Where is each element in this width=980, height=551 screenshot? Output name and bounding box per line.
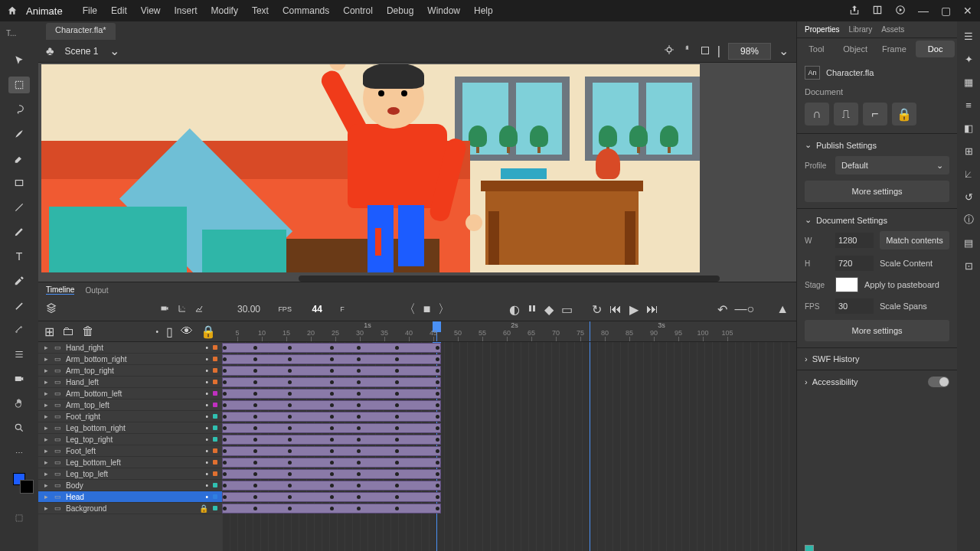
docset-header[interactable]: ⌄Document Settings — [805, 215, 949, 225]
snap-tool-icon[interactable] — [8, 510, 30, 527]
profile-dropdown[interactable]: Default⌄ — [835, 156, 949, 174]
line-tool-icon[interactable] — [8, 199, 30, 216]
menu-window[interactable]: Window — [421, 2, 466, 19]
height-input[interactable] — [835, 256, 874, 271]
layer-row[interactable]: ▸▭Head• — [38, 491, 222, 503]
tab-assets[interactable]: Assets — [881, 25, 904, 34]
bone-tool-icon[interactable] — [8, 321, 30, 338]
maximize-icon[interactable]: ▢ — [941, 5, 951, 17]
stage-scrollbar[interactable] — [299, 276, 720, 282]
onion-icon[interactable]: ◐ — [509, 302, 520, 317]
play-icon[interactable] — [895, 5, 906, 18]
menu-control[interactable]: Control — [337, 2, 379, 19]
layer-row[interactable]: ▸▭Arm_top_left• — [38, 399, 222, 411]
share-icon[interactable] — [849, 5, 860, 18]
layer-row[interactable]: ▸▭Background🔒 — [38, 503, 222, 514]
paint-tool-icon[interactable] — [8, 297, 30, 314]
history-panel-icon[interactable]: ↺ — [962, 190, 975, 204]
align-panel-icon[interactable]: ≡ — [962, 98, 975, 112]
scene-name[interactable]: Scene 1 — [65, 46, 99, 57]
play-button-icon[interactable]: ▶ — [629, 302, 639, 317]
color-panel-icon[interactable]: ◧ — [962, 121, 975, 135]
asset-warp-tool-icon[interactable] — [8, 346, 30, 363]
publish-header[interactable]: ⌄Publish Settings — [805, 140, 949, 150]
document-tab[interactable]: Character.fla* — [46, 23, 116, 40]
lasso-tool-icon[interactable] — [8, 101, 30, 118]
stage-viewport[interactable] — [38, 63, 796, 282]
undo-icon[interactable]: ↶ — [717, 302, 727, 317]
width-input[interactable] — [835, 233, 874, 248]
stage-color-swatch[interactable] — [835, 277, 858, 292]
chevron-down-icon[interactable]: ⌄ — [109, 44, 119, 58]
tab-output[interactable]: Output — [85, 286, 108, 295]
step-fwd-icon[interactable]: ⏭ — [646, 302, 658, 316]
publish-more-button[interactable]: More settings — [805, 181, 949, 202]
properties-panel-icon[interactable]: ☰ — [962, 29, 975, 43]
tab-properties[interactable]: Properties — [805, 25, 840, 34]
layer-row[interactable]: ▸▭Arm_top_right• — [38, 365, 222, 377]
lock-icon[interactable]: 🔒 — [201, 324, 216, 339]
fps-input[interactable] — [835, 298, 874, 314]
current-frame[interactable]: 44 — [312, 304, 322, 315]
frame-ruler[interactable]: 5101520253035404550556065707580859095100… — [222, 321, 796, 341]
menu-help[interactable]: Help — [468, 2, 499, 19]
camera-icon[interactable] — [159, 302, 170, 316]
menu-edit[interactable]: Edit — [105, 2, 133, 19]
close-icon[interactable]: ✕ — [963, 5, 972, 17]
layer-row[interactable]: ▸▭Arm_bottom_right• — [38, 354, 222, 365]
options-icon[interactable]: ⋯ — [8, 444, 30, 461]
scale-spans-checkbox[interactable] — [805, 545, 814, 551]
menu-text[interactable]: Text — [246, 2, 275, 19]
swf-header[interactable]: ›SWF History — [805, 354, 949, 364]
insert-frame-icon[interactable]: ▭ — [561, 302, 573, 317]
match-contents-button[interactable]: Match contents — [880, 231, 949, 249]
info-panel-icon[interactable]: ⓘ — [962, 213, 975, 227]
outline-icon[interactable]: ▯ — [166, 324, 173, 339]
zoom-level[interactable]: 98% — [728, 43, 771, 60]
layer-row[interactable]: ▸▭Leg_top_right• — [38, 434, 222, 445]
minimize-icon[interactable]: — — [918, 5, 929, 17]
zoom-out-icon[interactable]: —○ — [735, 302, 755, 316]
layer-row[interactable]: ▸▭Foot_left• — [38, 445, 222, 457]
scene-icon[interactable]: ♣ — [46, 44, 54, 58]
layout-icon[interactable] — [872, 5, 883, 18]
eraser-tool-icon[interactable] — [8, 150, 30, 167]
align-icon[interactable]: ⎍ — [834, 103, 858, 126]
transform-panel-icon[interactable]: ⟀ — [962, 167, 975, 181]
swatches-panel-icon[interactable]: ⊞ — [962, 144, 975, 158]
layer-row[interactable]: ▸▭Leg_bottom_right• — [38, 422, 222, 434]
zoom-tool-icon[interactable] — [8, 419, 30, 436]
tab-library[interactable]: Library — [849, 25, 873, 34]
chart-icon[interactable] — [194, 302, 204, 316]
mode-doc[interactable]: Doc — [916, 41, 955, 57]
tools-panel-icon[interactable]: ✦ — [962, 52, 975, 66]
pen-tool-icon[interactable] — [8, 223, 30, 240]
fit-icon[interactable] — [701, 44, 710, 58]
edit-multi-icon[interactable] — [528, 302, 537, 316]
keyframe-icon[interactable]: ◆ — [544, 302, 554, 317]
layers-icon[interactable] — [46, 302, 57, 316]
clip-icon[interactable] — [664, 44, 675, 58]
mode-object[interactable]: Object — [836, 38, 875, 60]
layer-row[interactable]: ▸▭Leg_bottom_left• — [38, 457, 222, 468]
layer-row[interactable]: ▸▭Hand_right• — [38, 342, 222, 354]
rectangle-tool-icon[interactable] — [8, 174, 30, 191]
accessibility-toggle[interactable] — [928, 377, 949, 387]
components-panel-icon[interactable]: ▤ — [962, 236, 975, 249]
step-back-icon[interactable]: ⏮ — [609, 302, 622, 316]
docset-more-button[interactable]: More settings — [805, 320, 949, 341]
library-panel-icon[interactable]: ▦ — [962, 75, 975, 89]
stop-icon[interactable]: ■ — [423, 302, 431, 316]
stage-canvas[interactable] — [41, 64, 700, 272]
brush-tool-icon[interactable] — [8, 126, 30, 142]
tracks[interactable] — [222, 342, 796, 551]
tab-timeline[interactable]: Timeline — [46, 285, 74, 295]
color-swatch[interactable] — [13, 473, 25, 485]
new-folder-icon[interactable]: 🗀 — [62, 324, 74, 338]
layer-row[interactable]: ▸▭Arm_bottom_left• — [38, 388, 222, 399]
loop-icon[interactable]: ↻ — [592, 302, 602, 317]
magnet-icon[interactable]: ∩ — [805, 103, 829, 126]
layer-row[interactable]: ▸▭Hand_left• — [38, 377, 222, 388]
mode-tool[interactable]: Tool — [797, 38, 836, 60]
layer-row[interactable]: ▸▭Foot_right• — [38, 411, 222, 422]
